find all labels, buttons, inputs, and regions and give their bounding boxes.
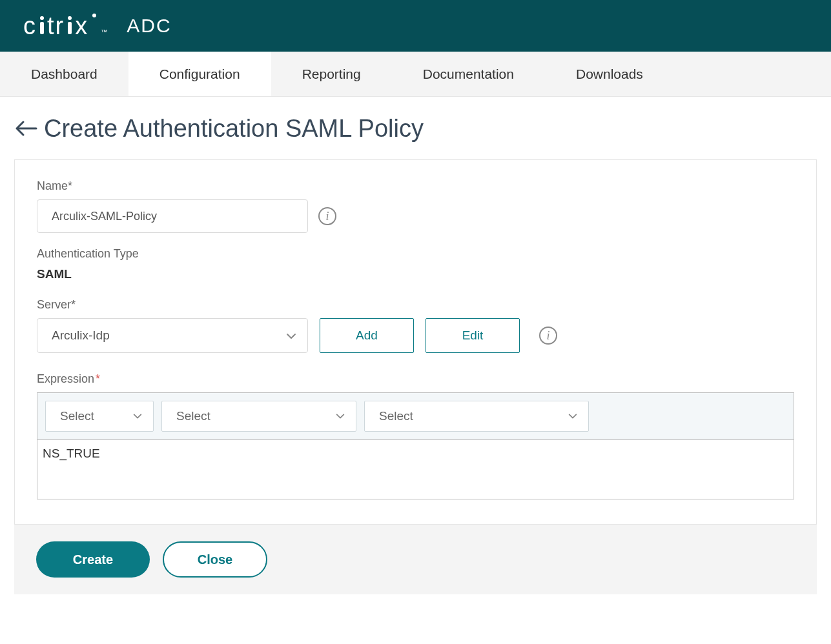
chevron-down-icon: [335, 411, 345, 421]
info-icon[interactable]: i: [318, 207, 336, 225]
svg-point-2: [68, 16, 72, 20]
nav-bar: Dashboard Configuration Reporting Docume…: [0, 52, 831, 97]
back-arrow-icon[interactable]: [14, 119, 39, 139]
name-input[interactable]: [37, 199, 308, 233]
nav-tab-label: Reporting: [302, 66, 361, 82]
info-icon[interactable]: i: [539, 327, 557, 345]
expression-textarea[interactable]: [37, 440, 794, 499]
name-label: Name*: [37, 179, 794, 193]
expression-select-3[interactable]: Select: [364, 401, 589, 432]
nav-tab-label: Dashboard: [31, 66, 97, 82]
auth-type-label: Authentication Type: [37, 247, 794, 261]
nav-tab-reporting[interactable]: Reporting: [271, 52, 392, 96]
chevron-down-icon: [568, 411, 578, 421]
svg-point-4: [92, 14, 96, 17]
brand-logo-dot-i-icon: [37, 15, 46, 34]
brand-logo: c tr x ™: [23, 12, 108, 40]
brand-logo-text: tr: [47, 12, 65, 40]
auth-type-value: SAML: [37, 267, 794, 281]
brand-logo-dot-i-icon: [65, 15, 74, 34]
nav-tab-label: Documentation: [423, 66, 514, 82]
expression-label: Expression*: [37, 372, 794, 386]
expression-editor: Select Select Select: [37, 392, 794, 502]
server-label: Server*: [37, 298, 794, 312]
nav-tab-label: Downloads: [576, 66, 643, 82]
name-row: i: [37, 199, 794, 233]
brand-bar: c tr x ™ ADC: [0, 0, 831, 52]
brand-logo-text: x: [75, 12, 88, 40]
page-content: Create Authentication SAML Policy Name* …: [0, 97, 831, 594]
nav-tab-configuration[interactable]: Configuration: [128, 52, 271, 96]
brand-product: ADC: [127, 15, 171, 37]
add-button[interactable]: Add: [320, 318, 414, 353]
nav-tab-downloads[interactable]: Downloads: [545, 52, 674, 96]
page-header: Create Authentication SAML Policy: [14, 115, 817, 143]
expression-label-text: Expression: [37, 372, 94, 385]
expression-toolbar: Select Select Select: [37, 392, 794, 440]
svg-rect-3: [68, 22, 72, 34]
chevron-down-icon: [132, 411, 143, 421]
server-select-value: Arculix-Idp: [52, 328, 110, 343]
expression-select-value: Select: [379, 409, 413, 423]
svg-rect-1: [40, 22, 44, 34]
nav-tab-label: Configuration: [159, 66, 240, 82]
expression-select-value: Select: [60, 409, 94, 423]
svg-point-0: [40, 16, 44, 20]
edit-button[interactable]: Edit: [426, 318, 520, 353]
server-select[interactable]: Arculix-Idp: [37, 318, 308, 353]
required-star: *: [96, 372, 100, 385]
chevron-down-icon: [285, 330, 296, 341]
create-button[interactable]: Create: [36, 541, 150, 578]
form-panel: Name* i Authentication Type SAML Server*…: [14, 159, 817, 525]
page-title: Create Authentication SAML Policy: [44, 115, 424, 143]
nav-tab-dashboard[interactable]: Dashboard: [0, 52, 128, 96]
brand-logo-x-dot-icon: [89, 12, 99, 34]
expression-select-1[interactable]: Select: [45, 401, 154, 432]
expression-select-2[interactable]: Select: [161, 401, 356, 432]
brand-logo-text: c: [23, 12, 37, 40]
nav-tab-documentation[interactable]: Documentation: [392, 52, 545, 96]
expression-select-value: Select: [176, 409, 210, 423]
action-bar: Create Close: [14, 525, 817, 594]
brand-trademark: ™: [101, 28, 108, 35]
server-row: Arculix-Idp Add Edit i: [37, 318, 794, 353]
close-button[interactable]: Close: [163, 541, 267, 578]
